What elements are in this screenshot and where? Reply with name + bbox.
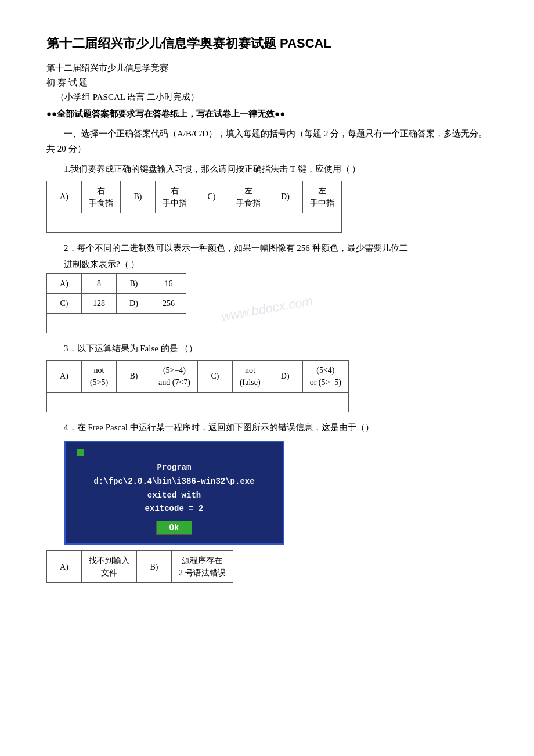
q1-answer-blank <box>47 213 342 232</box>
q3-opt-a-value: not(5>5) <box>82 360 117 392</box>
q4-opt-b-value: 源程序存在2 号语法错误 <box>172 551 233 583</box>
q3-opt-d-label: D) <box>268 360 302 392</box>
q4-opt-a-value: 找不到输入文件 <box>82 551 137 583</box>
q2-opt-b-value: 16 <box>151 274 186 294</box>
q1-opt-a-value: 右手食指 <box>82 181 121 213</box>
subtitle2: 初 赛 试 题 <box>46 77 488 88</box>
q3-opt-c-value: not(false) <box>232 360 268 392</box>
q2-table: A) 8 B) 16 C) 128 D) 256 <box>46 273 186 333</box>
q2-opt-a-label: A) <box>47 274 82 294</box>
q2-opt-d-value: 256 <box>151 294 186 314</box>
q3-answer-blank <box>47 392 349 412</box>
question-2-line1: 2．每个不同的二进制数可以表示一种颜色，如果一幅图像有 256 种颜色，最少需要… <box>46 241 488 256</box>
q2-opt-a-value: 8 <box>82 274 117 294</box>
q1-opt-c-value: 左手食指 <box>229 181 268 213</box>
notice-text: ●●全部试题答案都要求写在答卷纸上，写在试卷上一律无效●● <box>46 109 488 120</box>
q3-table: A) not(5>5) B) (5>=4)and (7<7) C) not(fa… <box>46 360 349 412</box>
q3-opt-b-value: (5>=4)and (7<7) <box>151 360 198 392</box>
q4-table: A) 找不到输入文件 B) 源程序存在2 号语法错误 <box>46 550 233 583</box>
program-title-bar <box>77 448 271 456</box>
program-line3: exited with <box>147 491 201 500</box>
program-error-box: Program d:\fpc\2.0.4\bin\i386-win32\p.ex… <box>64 441 284 545</box>
q4-opt-a-label: A) <box>47 551 82 583</box>
question-1: 1.我们要养成正确的键盘输入习惯，那么请问按正确指法击 T 键，应使用（ ） <box>46 162 488 177</box>
q1-opt-d-label: D) <box>268 181 303 213</box>
q3-opt-b-label: B) <box>117 360 151 392</box>
q3-opt-d-value: (5<4)or (5>=5) <box>302 360 348 392</box>
q4-opt-b-label: B) <box>137 551 172 583</box>
q1-opt-b-label: B) <box>121 181 156 213</box>
question-2-line2: 进制数来表示?（ ） <box>64 259 488 270</box>
program-line2: d:\fpc\2.0.4\bin\i386-win32\p.exe <box>93 477 254 486</box>
section1-intro: 一、选择一个正确答案代码（A/B/C/D），填入每题的括号内（每题 2 分，每题… <box>46 127 488 156</box>
program-ok-button[interactable]: Ok <box>156 521 193 535</box>
watermark-text: www.bdocx.com <box>220 293 313 324</box>
q3-opt-c-label: C) <box>197 360 232 392</box>
subtitle1: 第十二届绍兴市少儿信息学竞赛 <box>46 63 488 74</box>
q1-opt-c-label: C) <box>194 181 229 213</box>
program-line1: Program <box>157 463 192 472</box>
q2-opt-d-label: D) <box>117 294 151 314</box>
q1-opt-a-label: A) <box>47 181 82 213</box>
subtitle3: （小学组 PASCAL 语言 二小时完成） <box>56 92 488 103</box>
q2-answer-blank <box>47 314 186 333</box>
question-3: 3．以下运算结果为 False 的是 （） <box>46 341 488 357</box>
q3-opt-a-label: A) <box>47 360 82 392</box>
q1-opt-b-value: 右手中指 <box>156 181 194 213</box>
q2-opt-c-label: C) <box>47 294 82 314</box>
program-line4: exitcode = 2 <box>145 504 204 513</box>
program-content: Program d:\fpc\2.0.4\bin\i386-win32\p.ex… <box>77 461 271 516</box>
program-title-dot <box>77 449 84 456</box>
page-title: 第十二届绍兴市少儿信息学奥赛初赛试题 PASCAL <box>46 35 488 52</box>
q1-table: A) 右手食指 B) 右手中指 C) 左手食指 D) 左手中指 <box>46 181 342 233</box>
q1-opt-d-value: 左手中指 <box>303 181 342 213</box>
q2-opt-c-value: 128 <box>82 294 117 314</box>
q2-opt-b-label: B) <box>117 274 151 294</box>
question-4: 4．在 Free Pascal 中运行某一程序时，返回如下图所示的错误信息，这是… <box>46 420 488 435</box>
